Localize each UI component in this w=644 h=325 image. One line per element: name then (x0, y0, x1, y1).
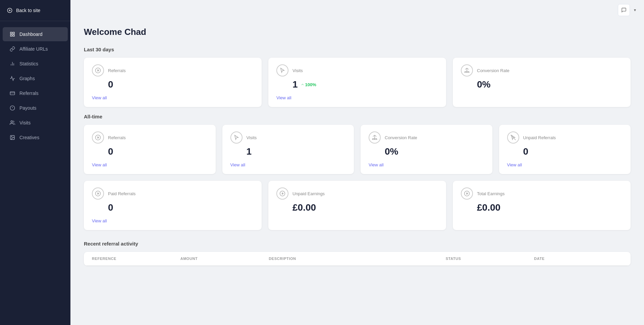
dollar-icon (92, 64, 104, 76)
card-label: Visits (292, 68, 303, 73)
dashboard-content: Welcome Chad Last 30 days Referrals 0 Vi… (70, 20, 644, 279)
sidebar-item-label: Visits (19, 120, 31, 125)
card-label: Visits (247, 135, 257, 140)
card-value: 0 (523, 146, 623, 157)
view-all-link[interactable]: View all (92, 162, 208, 167)
sidebar-item-label: Referrals (19, 91, 39, 96)
card-value: 0% (477, 79, 623, 90)
cursor-icon (276, 64, 288, 76)
payouts-icon (9, 105, 15, 111)
cursor-slash-icon (507, 131, 519, 144)
table-header: REFERENCE AMOUNT DESCRIPTION STATUS DATE (84, 252, 631, 266)
last30-label: Last 30 days (84, 47, 631, 52)
card-label: Referrals (108, 135, 126, 140)
sidebar-item-payouts[interactable]: Payouts (3, 101, 68, 115)
page-title: Welcome Chad (84, 27, 631, 37)
card-header: Visits (276, 64, 438, 76)
creatives-icon (9, 134, 15, 141)
chat-icon-button[interactable] (618, 4, 630, 16)
graphs-icon (9, 75, 15, 82)
paid-referrals-card: Paid Referrals 0 View all (84, 181, 262, 230)
activity-table: REFERENCE AMOUNT DESCRIPTION STATUS DATE (84, 252, 631, 266)
sidebar-item-creatives[interactable]: Creatives (3, 130, 68, 145)
alltime-referrals-card: Referrals 0 View all (84, 125, 216, 174)
unpaid-earnings-card: Unpaid Earnings £0.00 (268, 181, 446, 230)
card-label: Unpaid Earnings (292, 191, 325, 196)
card-label: Conversion Rate (385, 135, 417, 140)
referrals-icon (9, 90, 15, 96)
activity-section-title: Recent referral activity (84, 241, 631, 247)
col-status: STATUS (446, 257, 534, 261)
card-header: Paid Referrals (92, 187, 254, 200)
sidebar-item-label: Creatives (19, 135, 39, 140)
sidebar-item-statistics[interactable]: Statistics (3, 57, 68, 71)
card-value: 0% (385, 146, 484, 157)
sidebar-item-label: Dashboard (19, 32, 43, 37)
view-all-link[interactable]: View all (92, 218, 254, 223)
svg-point-15 (11, 121, 12, 122)
view-all-link[interactable]: View all (276, 95, 438, 100)
last30-visits-card: Visits 1 100% View all (268, 58, 446, 107)
alltime-label: All-time (84, 114, 631, 119)
card-value: 1 (292, 79, 298, 90)
sidebar-item-visits[interactable]: Visits (3, 116, 68, 130)
last30-cards: Referrals 0 View all Visits 1 (84, 58, 631, 107)
col-reference: REFERENCE (92, 257, 180, 261)
card-value-row: 1 100% (292, 79, 438, 90)
topbar: ▾ (70, 0, 644, 20)
topbar-chevron[interactable]: ▾ (634, 8, 636, 12)
visits-icon (9, 120, 15, 126)
sidebar-item-label: Graphs (19, 76, 35, 81)
card-header: Referrals (92, 131, 208, 144)
card-header: Unpaid Referrals (507, 131, 623, 144)
view-all-link[interactable]: View all (369, 162, 484, 167)
card-header: Unpaid Earnings (276, 187, 438, 200)
dollar-icon (461, 187, 473, 200)
card-value: 1 (247, 146, 346, 157)
card-label: Unpaid Referrals (523, 135, 556, 140)
sidebar-item-dashboard[interactable]: Dashboard (3, 27, 68, 41)
scale-icon (369, 131, 381, 144)
svg-rect-6 (10, 35, 12, 36)
svg-rect-10 (10, 92, 14, 95)
sidebar-item-label: Statistics (19, 61, 38, 66)
card-label: Conversion Rate (477, 68, 509, 73)
view-all-link[interactable]: View all (507, 162, 623, 167)
card-header: Referrals (92, 64, 254, 76)
last30-conversion-card: Conversion Rate 0% (453, 58, 631, 107)
sidebar-item-referrals[interactable]: Referrals (3, 86, 68, 100)
sidebar-nav: Dashboard Affiliate URLs Statistics (0, 21, 70, 325)
alltime-conversion-card: Conversion Rate 0% View all (361, 125, 492, 174)
card-value: 0 (108, 146, 208, 157)
card-label: Paid Referrals (108, 191, 136, 196)
col-description: DESCRIPTION (269, 257, 445, 261)
card-header: Total Earnings (461, 187, 623, 200)
visits-badge: 100% (301, 82, 316, 87)
sidebar-item-affiliate-urls[interactable]: Affiliate URLs (3, 42, 68, 56)
alltime-row2: Paid Referrals 0 View all Unpaid Earning… (84, 181, 631, 230)
view-all-link[interactable]: View all (230, 162, 346, 167)
scale-icon (461, 64, 473, 76)
svg-rect-4 (13, 32, 14, 34)
view-all-link[interactable]: View all (92, 95, 254, 100)
card-label: Referrals (108, 68, 126, 73)
sidebar: Back to site Dashboard Affiliate URLs (0, 0, 70, 325)
card-value: 0 (108, 79, 254, 90)
svg-rect-3 (10, 32, 12, 34)
back-to-site[interactable]: Back to site (0, 0, 70, 21)
svg-point-17 (11, 137, 12, 137)
sidebar-item-label: Payouts (19, 105, 37, 111)
svg-rect-5 (13, 35, 14, 36)
main-content: ▾ Welcome Chad Last 30 days Referrals 0 … (70, 0, 644, 325)
alltime-visits-card: Visits 1 View all (222, 125, 354, 174)
dollar-icon (276, 187, 288, 200)
link-icon (9, 46, 15, 52)
sidebar-item-graphs[interactable]: Graphs (3, 71, 68, 86)
sidebar-item-label: Affiliate URLs (19, 46, 48, 52)
card-label: Total Earnings (477, 191, 504, 196)
col-date: DATE (534, 257, 623, 261)
total-earnings-card: Total Earnings £0.00 (453, 181, 631, 230)
card-header: Conversion Rate (369, 131, 484, 144)
dollar-icon (92, 131, 104, 144)
card-value: £0.00 (477, 202, 623, 213)
